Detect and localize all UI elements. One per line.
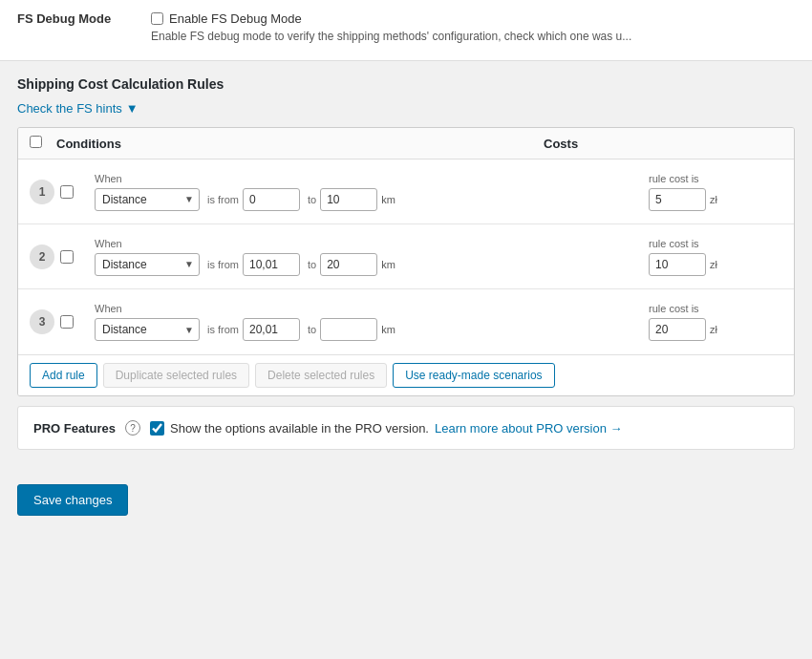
rules-table-header: Conditions Costs [18, 128, 794, 159]
rule-costs-3: rule cost is zł [649, 303, 782, 341]
to-input-3[interactable] [320, 318, 377, 341]
fs-hints-link-text: Check the FS hints [17, 101, 122, 116]
rule-select-2[interactable]: Distance Weight [95, 253, 200, 276]
unit-label-3: km [381, 324, 395, 335]
rule-number-cell-3: 3 [30, 309, 95, 334]
to-field-group-2: to km [308, 253, 395, 276]
fs-hints-link[interactable]: Check the FS hints ▼ [17, 101, 139, 116]
pro-features-learn-more-link[interactable]: Learn more about PRO version → [435, 421, 623, 436]
rule-row-2: 2 When Distance Weight ▼ is from to [18, 224, 794, 289]
rule-number-cell-2: 2 [30, 244, 95, 269]
cost-label-1: rule cost is [649, 173, 782, 184]
currency-label-1: zł [710, 194, 717, 205]
is-from-label-1: is from [207, 194, 239, 205]
rule-number-badge-3: 3 [30, 309, 54, 334]
delete-rules-button[interactable]: Delete selected rules [255, 363, 387, 388]
rule-condition-row-2: Distance Weight ▼ is from to km [95, 253, 649, 276]
from-input-2[interactable] [243, 253, 300, 276]
rule-select-wrapper-3: Distance Weight ▼ [95, 318, 200, 341]
when-label-2: When [95, 238, 649, 249]
add-rule-button[interactable]: Add rule [30, 363, 97, 388]
fs-debug-content: Enable FS Debug Mode Enable FS debug mod… [151, 11, 795, 43]
rule-number-cell-1: 1 [30, 180, 95, 204]
to-label-2: to [308, 259, 316, 270]
rule-cost-row-1: zł [649, 188, 782, 211]
rule-conditions-1: When Distance Weight ▼ is from to km [95, 173, 649, 211]
from-field-group-3: is from [207, 318, 300, 341]
fs-debug-checkbox-label: Enable FS Debug Mode [169, 11, 302, 26]
pro-features-show-label: Show the options available in the PRO ve… [170, 421, 429, 436]
rule-checkbox-1[interactable] [60, 185, 74, 199]
rule-condition-row-1: Distance Weight ▼ is from to km [95, 188, 649, 211]
pro-features-checkbox[interactable] [150, 421, 164, 436]
pro-features-help-icon[interactable]: ? [125, 420, 140, 436]
to-field-group-1: to km [308, 188, 395, 211]
to-input-1[interactable] [320, 188, 377, 211]
header-costs-label: Costs [534, 137, 782, 151]
rule-row-3: 3 When Distance Weight ▼ is from to [18, 289, 794, 354]
from-field-group-2: is from [207, 253, 300, 276]
pro-features-label: PRO Features [33, 421, 116, 436]
section-title: Shipping Cost Calculation Rules [17, 76, 795, 92]
use-scenarios-button[interactable]: Use ready-made scenarios [393, 363, 554, 388]
to-label-1: to [308, 194, 316, 205]
rule-conditions-2: When Distance Weight ▼ is from to km [95, 238, 649, 276]
from-input-3[interactable] [243, 318, 300, 341]
pro-features-section: PRO Features ? Show the options availabl… [17, 406, 795, 450]
unit-label-2: km [381, 259, 395, 270]
rules-body: 1 When Distance Weight ▼ is from to [18, 159, 794, 354]
rule-select-3[interactable]: Distance Weight [95, 318, 200, 341]
rule-conditions-3: When Distance Weight ▼ is from to km [95, 303, 649, 341]
save-changes-button[interactable]: Save changes [17, 484, 128, 516]
to-label-3: to [308, 324, 316, 335]
cost-input-1[interactable] [649, 188, 706, 211]
rule-costs-2: rule cost is zł [649, 238, 782, 276]
rule-costs-1: rule cost is zł [649, 173, 782, 211]
header-select-all-checkbox[interactable] [30, 136, 42, 148]
to-input-2[interactable] [320, 253, 377, 276]
top-section: FS Debug Mode Enable FS Debug Mode Enabl… [0, 0, 812, 61]
fs-debug-description: Enable FS debug mode to verify the shipp… [151, 30, 795, 43]
rule-checkbox-3[interactable] [60, 315, 74, 329]
rule-number-badge-1: 1 [30, 180, 54, 204]
rule-select-wrapper-1: Distance Weight ▼ [95, 188, 200, 211]
rule-cost-row-2: zł [649, 253, 782, 276]
is-from-label-2: is from [207, 259, 239, 270]
rule-cost-row-3: zł [649, 318, 782, 341]
when-label-3: When [95, 303, 649, 314]
when-label-1: When [95, 173, 649, 184]
cost-label-2: rule cost is [649, 238, 782, 249]
main-section: Shipping Cost Calculation Rules Check th… [0, 61, 812, 484]
from-input-1[interactable] [243, 188, 300, 211]
rule-row-1: 1 When Distance Weight ▼ is from to [18, 159, 794, 224]
save-section: Save changes [0, 484, 812, 533]
cost-label-3: rule cost is [649, 303, 782, 314]
currency-label-3: zł [710, 324, 717, 335]
page-wrapper: FS Debug Mode Enable FS Debug Mode Enabl… [0, 0, 812, 533]
actions-row: Add rule Duplicate selected rules Delete… [18, 354, 794, 395]
fs-hints-arrow-icon: ▼ [126, 101, 139, 116]
rule-condition-row-3: Distance Weight ▼ is from to km [95, 318, 649, 341]
from-field-group-1: is from [207, 188, 300, 211]
rules-table: Conditions Costs 1 When Distance Weight … [17, 127, 795, 396]
is-from-label-3: is from [207, 324, 239, 335]
cost-input-2[interactable] [649, 253, 706, 276]
to-field-group-3: to km [308, 318, 395, 341]
header-checkbox-cell [30, 136, 56, 151]
currency-label-2: zł [710, 259, 717, 270]
fs-debug-checkbox[interactable] [151, 12, 163, 25]
pro-checkbox-row: Show the options available in the PRO ve… [150, 421, 623, 436]
rule-number-badge-2: 2 [30, 244, 54, 269]
unit-label-1: km [381, 194, 395, 205]
rule-select-wrapper-2: Distance Weight ▼ [95, 253, 200, 276]
cost-input-3[interactable] [649, 318, 706, 341]
header-conditions-label: Conditions [56, 137, 534, 151]
duplicate-rules-button[interactable]: Duplicate selected rules [103, 363, 249, 388]
rule-checkbox-2[interactable] [60, 250, 74, 264]
fs-debug-row: FS Debug Mode Enable FS Debug Mode Enabl… [17, 11, 795, 43]
fs-debug-checkbox-row: Enable FS Debug Mode [151, 11, 795, 26]
rule-select-1[interactable]: Distance Weight [95, 188, 200, 211]
fs-debug-label: FS Debug Mode [17, 11, 141, 26]
